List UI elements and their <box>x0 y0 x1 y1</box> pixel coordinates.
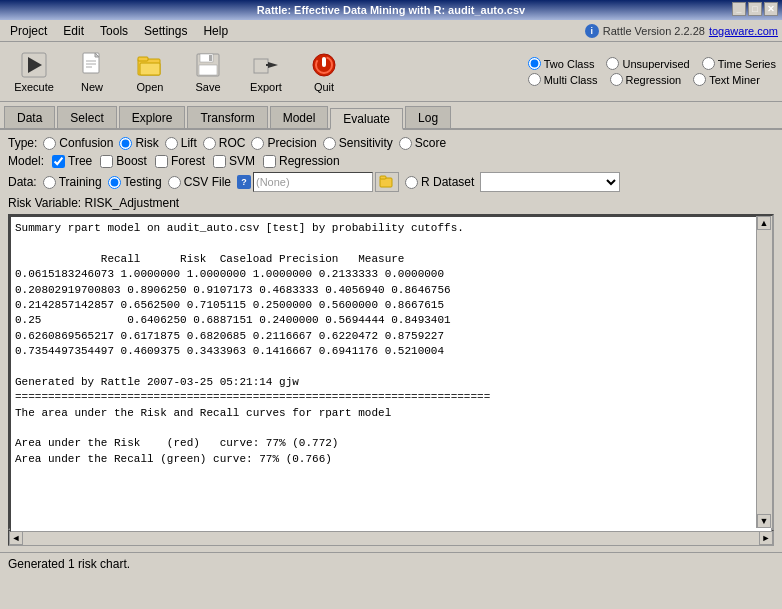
output-area[interactable]: Summary rpart model on audit_auto.csv [t… <box>10 216 772 532</box>
window-controls[interactable]: _ □ ✕ <box>732 2 778 16</box>
rdataset-select[interactable]: iris audit <box>480 172 620 192</box>
svg-rect-13 <box>209 55 212 61</box>
menu-edit[interactable]: Edit <box>57 23 90 39</box>
classification-options: Two Class Unsupervised Time Series Multi… <box>528 57 776 86</box>
quit-icon <box>310 51 338 79</box>
status-bar: Generated 1 risk chart. <box>0 552 782 574</box>
svg-rect-21 <box>380 176 386 179</box>
type-label: Type: <box>8 136 37 150</box>
menu-bar: Project Edit Tools Settings Help i Rattl… <box>0 20 782 42</box>
csv-input[interactable]: (None) <box>253 172 373 192</box>
unsupervised-option[interactable]: Unsupervised <box>606 57 689 70</box>
rattle-version: Rattle Version 2.2.28 <box>603 25 705 37</box>
togaware-link[interactable]: togaware.com <box>709 25 778 37</box>
model-svm[interactable]: SVM <box>213 154 255 168</box>
horizontal-scrollbar[interactable]: ◄ ► <box>8 530 774 546</box>
multi-class-option[interactable]: Multi Class <box>528 73 598 86</box>
radio-row-1: Two Class Unsupervised Time Series <box>528 57 776 70</box>
type-sensitivity[interactable]: Sensitivity <box>323 136 393 150</box>
type-precision[interactable]: Precision <box>251 136 316 150</box>
new-icon <box>78 51 106 79</box>
save-button[interactable]: Save <box>180 46 236 98</box>
toolbar: Execute New Open <box>0 42 782 102</box>
browse-button[interactable] <box>375 172 399 192</box>
maximize-button[interactable]: □ <box>748 2 762 16</box>
rattle-info: i Rattle Version 2.2.28 togaware.com <box>585 24 778 38</box>
type-lift[interactable]: Lift <box>165 136 197 150</box>
tab-model[interactable]: Model <box>270 106 329 128</box>
export-button[interactable]: Export <box>238 46 294 98</box>
menu-settings[interactable]: Settings <box>138 23 193 39</box>
svg-rect-8 <box>138 57 148 61</box>
scroll-right-button[interactable]: ► <box>759 531 773 545</box>
new-label: New <box>81 81 103 93</box>
open-label: Open <box>137 81 164 93</box>
close-button[interactable]: ✕ <box>764 2 778 16</box>
new-button[interactable]: New <box>64 46 120 98</box>
save-label: Save <box>195 81 220 93</box>
save-icon <box>194 51 222 79</box>
export-label: Export <box>250 81 282 93</box>
content-area: Type: Confusion Risk Lift ROC Precision … <box>0 130 782 552</box>
csv-help-icon: ? <box>237 175 251 189</box>
data-testing[interactable]: Testing <box>108 175 162 189</box>
quit-label: Quit <box>314 81 334 93</box>
model-tree[interactable]: Tree <box>52 154 92 168</box>
radio-row-2: Multi Class Regression Text Miner <box>528 73 776 86</box>
menu-items: Project Edit Tools Settings Help <box>4 23 234 39</box>
model-boost[interactable]: Boost <box>100 154 147 168</box>
data-label: Data: <box>8 175 37 189</box>
svg-rect-12 <box>199 65 217 75</box>
risk-variable: Risk Variable: RISK_Adjustment <box>8 196 774 210</box>
tab-explore[interactable]: Explore <box>119 106 186 128</box>
vertical-scrollbar[interactable]: ▲ ▼ <box>756 216 772 528</box>
menu-help[interactable]: Help <box>197 23 234 39</box>
scroll-up-button[interactable]: ▲ <box>757 216 771 230</box>
regression-option[interactable]: Regression <box>610 73 682 86</box>
scroll-down-button[interactable]: ▼ <box>757 514 771 528</box>
menu-tools[interactable]: Tools <box>94 23 134 39</box>
tab-transform[interactable]: Transform <box>187 106 267 128</box>
data-training[interactable]: Training <box>43 175 102 189</box>
export-icon <box>252 51 280 79</box>
execute-label: Execute <box>14 81 54 93</box>
two-class-option[interactable]: Two Class <box>528 57 595 70</box>
svg-rect-14 <box>254 59 268 73</box>
minimize-button[interactable]: _ <box>732 2 746 16</box>
menu-project[interactable]: Project <box>4 23 53 39</box>
data-rdataset[interactable]: R Dataset <box>405 175 474 189</box>
svg-rect-16 <box>266 64 274 66</box>
svg-rect-9 <box>140 63 160 75</box>
svg-rect-19 <box>322 57 326 67</box>
execute-button[interactable]: Execute <box>6 46 62 98</box>
time-series-option[interactable]: Time Series <box>702 57 776 70</box>
title-bar: Rattle: Effective Data Mining with R: au… <box>0 0 782 20</box>
type-roc[interactable]: ROC <box>203 136 246 150</box>
tab-log[interactable]: Log <box>405 106 451 128</box>
tab-evaluate[interactable]: Evaluate <box>330 108 403 130</box>
csv-file-area: ? (None) <box>237 172 399 192</box>
output-container: Summary rpart model on audit_auto.csv [t… <box>8 214 774 530</box>
tab-bar: Data Select Explore Transform Model Eval… <box>0 102 782 130</box>
model-row: Model: Tree Boost Forest SVM Regression <box>8 154 774 168</box>
tab-data[interactable]: Data <box>4 106 55 128</box>
data-csv[interactable]: CSV File <box>168 175 231 189</box>
title-text: Rattle: Effective Data Mining with R: au… <box>257 4 525 16</box>
model-regression[interactable]: Regression <box>263 154 340 168</box>
model-forest[interactable]: Forest <box>155 154 205 168</box>
execute-icon <box>20 51 48 79</box>
status-text: Generated 1 risk chart. <box>8 557 130 571</box>
data-row: Data: Training Testing CSV File ? (None) <box>8 172 774 192</box>
scroll-left-button[interactable]: ◄ <box>9 531 23 545</box>
open-button[interactable]: Open <box>122 46 178 98</box>
tab-select[interactable]: Select <box>57 106 116 128</box>
open-icon <box>136 51 164 79</box>
text-miner-option[interactable]: Text Miner <box>693 73 760 86</box>
type-score[interactable]: Score <box>399 136 446 150</box>
quit-button[interactable]: Quit <box>296 46 352 98</box>
type-risk[interactable]: Risk <box>119 136 158 150</box>
type-row: Type: Confusion Risk Lift ROC Precision … <box>8 136 774 150</box>
model-label: Model: <box>8 154 44 168</box>
type-confusion[interactable]: Confusion <box>43 136 113 150</box>
info-icon: i <box>585 24 599 38</box>
